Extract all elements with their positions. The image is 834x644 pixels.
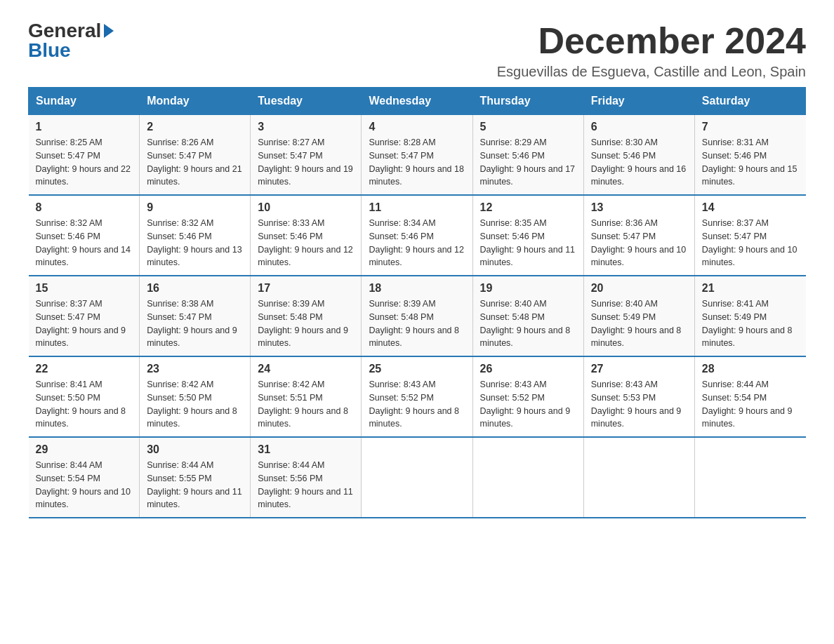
calendar-cell: 19Sunrise: 8:40 AMSunset: 5:48 PMDayligh… — [472, 276, 583, 356]
calendar-cell: 2Sunrise: 8:26 AMSunset: 5:47 PMDaylight… — [140, 115, 251, 196]
day-header-tuesday: Tuesday — [251, 88, 362, 115]
calendar-table: SundayMondayTuesdayWednesdayThursdayFrid… — [28, 87, 806, 518]
day-number: 20 — [591, 282, 687, 295]
calendar-cell: 26Sunrise: 8:43 AMSunset: 5:52 PMDayligh… — [472, 356, 583, 437]
day-number: 27 — [591, 363, 687, 375]
calendar-cell — [694, 437, 805, 518]
calendar-cell: 7Sunrise: 8:31 AMSunset: 5:46 PMDaylight… — [694, 115, 805, 196]
day-number: 4 — [369, 121, 465, 133]
calendar-cell: 27Sunrise: 8:43 AMSunset: 5:53 PMDayligh… — [583, 356, 694, 437]
day-number: 12 — [480, 201, 576, 214]
day-info: Sunrise: 8:32 AMSunset: 5:46 PMDaylight:… — [147, 217, 243, 269]
day-info: Sunrise: 8:44 AMSunset: 5:54 PMDaylight:… — [702, 378, 799, 431]
calendar-cell: 8Sunrise: 8:32 AMSunset: 5:46 PMDaylight… — [29, 195, 140, 276]
calendar-cell: 5Sunrise: 8:29 AMSunset: 5:46 PMDaylight… — [472, 115, 583, 196]
calendar-cell: 17Sunrise: 8:39 AMSunset: 5:48 PMDayligh… — [251, 276, 362, 356]
day-number: 1 — [36, 121, 133, 133]
location-subtitle: Esguevillas de Esgueva, Castille and Leo… — [497, 64, 806, 80]
calendar-cell — [472, 437, 583, 518]
day-info: Sunrise: 8:44 AMSunset: 5:56 PMDaylight:… — [258, 459, 354, 511]
day-number: 29 — [36, 443, 133, 456]
calendar-cell: 21Sunrise: 8:41 AMSunset: 5:49 PMDayligh… — [694, 276, 805, 356]
day-info: Sunrise: 8:43 AMSunset: 5:52 PMDaylight:… — [369, 378, 465, 431]
day-number: 5 — [480, 121, 576, 133]
day-number: 13 — [591, 201, 687, 214]
logo-general-text: General — [28, 21, 101, 41]
day-info: Sunrise: 8:32 AMSunset: 5:46 PMDaylight:… — [36, 217, 133, 269]
calendar-cell: 16Sunrise: 8:38 AMSunset: 5:47 PMDayligh… — [140, 276, 251, 356]
day-info: Sunrise: 8:36 AMSunset: 5:47 PMDaylight:… — [591, 217, 687, 269]
day-info: Sunrise: 8:39 AMSunset: 5:48 PMDaylight:… — [369, 297, 465, 350]
calendar-week-row: 15Sunrise: 8:37 AMSunset: 5:47 PMDayligh… — [29, 276, 806, 356]
calendar-cell: 9Sunrise: 8:32 AMSunset: 5:46 PMDaylight… — [140, 195, 251, 276]
calendar-cell: 13Sunrise: 8:36 AMSunset: 5:47 PMDayligh… — [583, 195, 694, 276]
calendar-cell: 30Sunrise: 8:44 AMSunset: 5:55 PMDayligh… — [140, 437, 251, 518]
day-header-saturday: Saturday — [694, 88, 805, 115]
day-number: 28 — [702, 363, 799, 375]
day-number: 25 — [369, 363, 465, 375]
day-info: Sunrise: 8:42 AMSunset: 5:51 PMDaylight:… — [258, 378, 354, 431]
day-number: 23 — [147, 363, 243, 375]
calendar-cell: 14Sunrise: 8:37 AMSunset: 5:47 PMDayligh… — [694, 195, 805, 276]
day-info: Sunrise: 8:34 AMSunset: 5:46 PMDaylight:… — [369, 217, 465, 269]
calendar-cell: 31Sunrise: 8:44 AMSunset: 5:56 PMDayligh… — [251, 437, 362, 518]
logo-triangle-icon — [104, 24, 114, 38]
day-header-wednesday: Wednesday — [362, 88, 472, 115]
day-info: Sunrise: 8:40 AMSunset: 5:49 PMDaylight:… — [591, 297, 687, 350]
day-number: 19 — [480, 282, 576, 295]
page-header: General Blue December 2024 Esguevillas d… — [28, 21, 806, 80]
day-info: Sunrise: 8:33 AMSunset: 5:46 PMDaylight:… — [258, 217, 354, 269]
month-title: December 2024 — [497, 21, 806, 61]
day-info: Sunrise: 8:25 AMSunset: 5:47 PMDaylight:… — [36, 136, 133, 189]
logo: General Blue — [28, 21, 114, 60]
day-number: 30 — [147, 443, 243, 456]
day-number: 14 — [702, 201, 799, 214]
day-info: Sunrise: 8:41 AMSunset: 5:49 PMDaylight:… — [702, 297, 799, 350]
calendar-week-row: 22Sunrise: 8:41 AMSunset: 5:50 PMDayligh… — [29, 356, 806, 437]
calendar-week-row: 8Sunrise: 8:32 AMSunset: 5:46 PMDaylight… — [29, 195, 806, 276]
day-number: 21 — [702, 282, 799, 295]
day-info: Sunrise: 8:27 AMSunset: 5:47 PMDaylight:… — [258, 136, 354, 189]
day-number: 8 — [36, 201, 133, 214]
day-number: 24 — [258, 363, 354, 375]
day-info: Sunrise: 8:28 AMSunset: 5:47 PMDaylight:… — [369, 136, 465, 189]
calendar-cell: 24Sunrise: 8:42 AMSunset: 5:51 PMDayligh… — [251, 356, 362, 437]
day-info: Sunrise: 8:42 AMSunset: 5:50 PMDaylight:… — [147, 378, 243, 431]
day-info: Sunrise: 8:43 AMSunset: 5:53 PMDaylight:… — [591, 378, 687, 431]
day-info: Sunrise: 8:26 AMSunset: 5:47 PMDaylight:… — [147, 136, 243, 189]
calendar-cell: 22Sunrise: 8:41 AMSunset: 5:50 PMDayligh… — [29, 356, 140, 437]
day-info: Sunrise: 8:39 AMSunset: 5:48 PMDaylight:… — [258, 297, 354, 350]
calendar-cell: 12Sunrise: 8:35 AMSunset: 5:46 PMDayligh… — [472, 195, 583, 276]
calendar-cell: 18Sunrise: 8:39 AMSunset: 5:48 PMDayligh… — [362, 276, 472, 356]
logo-blue-text: Blue — [28, 41, 71, 60]
day-info: Sunrise: 8:41 AMSunset: 5:50 PMDaylight:… — [36, 378, 133, 431]
day-number: 17 — [258, 282, 354, 295]
calendar-cell: 10Sunrise: 8:33 AMSunset: 5:46 PMDayligh… — [251, 195, 362, 276]
day-number: 11 — [369, 201, 465, 214]
day-info: Sunrise: 8:37 AMSunset: 5:47 PMDaylight:… — [702, 217, 799, 269]
day-number: 22 — [36, 363, 133, 375]
day-info: Sunrise: 8:44 AMSunset: 5:55 PMDaylight:… — [147, 459, 243, 511]
day-info: Sunrise: 8:43 AMSunset: 5:52 PMDaylight:… — [480, 378, 576, 431]
calendar-week-row: 29Sunrise: 8:44 AMSunset: 5:54 PMDayligh… — [29, 437, 806, 518]
title-section: December 2024 Esguevillas de Esgueva, Ca… — [497, 21, 806, 80]
day-header-sunday: Sunday — [29, 88, 140, 115]
day-number: 26 — [480, 363, 576, 375]
calendar-cell — [362, 437, 472, 518]
day-number: 15 — [36, 282, 133, 295]
calendar-cell: 28Sunrise: 8:44 AMSunset: 5:54 PMDayligh… — [694, 356, 805, 437]
day-info: Sunrise: 8:31 AMSunset: 5:46 PMDaylight:… — [702, 136, 799, 189]
calendar-cell: 29Sunrise: 8:44 AMSunset: 5:54 PMDayligh… — [29, 437, 140, 518]
day-info: Sunrise: 8:38 AMSunset: 5:47 PMDaylight:… — [147, 297, 243, 350]
calendar-cell: 1Sunrise: 8:25 AMSunset: 5:47 PMDaylight… — [29, 115, 140, 196]
day-info: Sunrise: 8:37 AMSunset: 5:47 PMDaylight:… — [36, 297, 133, 350]
day-number: 6 — [591, 121, 687, 133]
day-number: 18 — [369, 282, 465, 295]
day-number: 9 — [147, 201, 243, 214]
day-number: 2 — [147, 121, 243, 133]
calendar-cell: 4Sunrise: 8:28 AMSunset: 5:47 PMDaylight… — [362, 115, 472, 196]
day-info: Sunrise: 8:35 AMSunset: 5:46 PMDaylight:… — [480, 217, 576, 269]
day-number: 3 — [258, 121, 354, 133]
day-info: Sunrise: 8:40 AMSunset: 5:48 PMDaylight:… — [480, 297, 576, 350]
day-header-thursday: Thursday — [472, 88, 583, 115]
